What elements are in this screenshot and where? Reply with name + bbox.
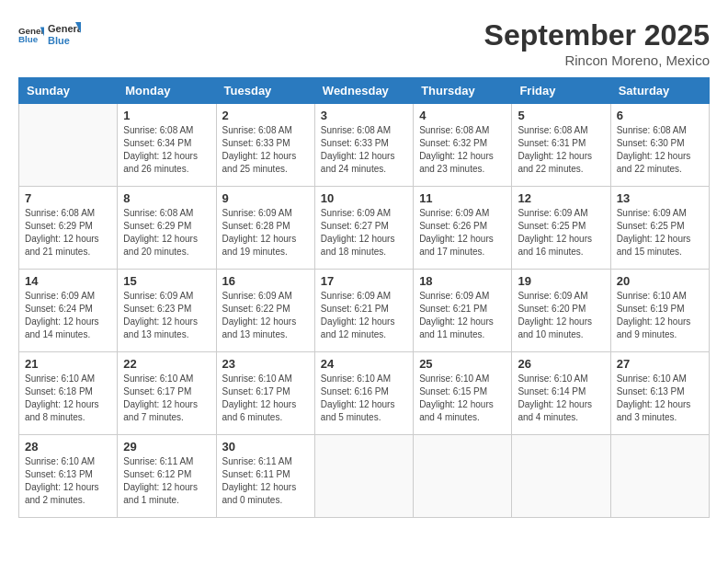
location: Rincon Moreno, Mexico: [484, 52, 710, 68]
day-number: 19: [518, 274, 604, 288]
day-number: 18: [419, 274, 506, 288]
day-info: Sunrise: 6:09 AM Sunset: 6:22 PM Dayligh…: [222, 290, 309, 341]
day-number: 17: [321, 274, 407, 288]
calendar-cell: 16Sunrise: 6:09 AM Sunset: 6:22 PM Dayli…: [216, 270, 314, 352]
day-info: Sunrise: 6:08 AM Sunset: 6:31 PM Dayligh…: [518, 124, 604, 176]
weekday-header-cell: Monday: [118, 78, 216, 104]
title-block: September 2025 Rincon Moreno, Mexico: [484, 18, 710, 68]
day-info: Sunrise: 6:08 AM Sunset: 6:32 PM Dayligh…: [419, 124, 506, 176]
weekday-header-cell: Friday: [512, 78, 610, 104]
day-number: 21: [25, 357, 111, 371]
day-info: Sunrise: 6:09 AM Sunset: 6:24 PM Dayligh…: [25, 290, 111, 341]
calendar-cell: [314, 435, 413, 518]
page-header: General Blue General Blue September 2025…: [18, 18, 710, 68]
calendar-week-row: 7Sunrise: 6:08 AM Sunset: 6:29 PM Daylig…: [19, 187, 710, 270]
day-info: Sunrise: 6:09 AM Sunset: 6:23 PM Dayligh…: [123, 290, 210, 341]
day-info: Sunrise: 6:08 AM Sunset: 6:29 PM Dayligh…: [25, 207, 111, 259]
calendar-week-row: 21Sunrise: 6:10 AM Sunset: 6:18 PM Dayli…: [19, 352, 710, 435]
calendar-cell: 23Sunrise: 6:10 AM Sunset: 6:17 PM Dayli…: [216, 352, 314, 435]
svg-text:Blue: Blue: [48, 35, 70, 46]
day-info: Sunrise: 6:08 AM Sunset: 6:33 PM Dayligh…: [321, 124, 407, 176]
day-info: Sunrise: 6:09 AM Sunset: 6:21 PM Dayligh…: [321, 290, 407, 341]
day-info: Sunrise: 6:11 AM Sunset: 6:12 PM Dayligh…: [123, 455, 210, 507]
calendar-cell: 7Sunrise: 6:08 AM Sunset: 6:29 PM Daylig…: [19, 187, 118, 270]
calendar-cell: 30Sunrise: 6:11 AM Sunset: 6:11 PM Dayli…: [216, 435, 314, 518]
day-number: 3: [321, 109, 407, 122]
day-info: Sunrise: 6:11 AM Sunset: 6:11 PM Dayligh…: [222, 455, 309, 507]
day-info: Sunrise: 6:09 AM Sunset: 6:28 PM Dayligh…: [222, 207, 309, 259]
calendar-cell: 5Sunrise: 6:08 AM Sunset: 6:31 PM Daylig…: [512, 104, 610, 187]
day-number: 24: [321, 357, 407, 371]
logo-icon: General Blue: [18, 22, 44, 48]
calendar-week-row: 28Sunrise: 6:10 AM Sunset: 6:13 PM Dayli…: [19, 435, 710, 518]
calendar-cell: 26Sunrise: 6:10 AM Sunset: 6:14 PM Dayli…: [512, 352, 610, 435]
calendar-cell: 11Sunrise: 6:09 AM Sunset: 6:26 PM Dayli…: [414, 187, 512, 270]
calendar-cell: 2Sunrise: 6:08 AM Sunset: 6:33 PM Daylig…: [216, 104, 314, 187]
calendar-cell: 3Sunrise: 6:08 AM Sunset: 6:33 PM Daylig…: [314, 104, 413, 187]
month-title: September 2025: [484, 18, 710, 52]
calendar-cell: 27Sunrise: 6:10 AM Sunset: 6:13 PM Dayli…: [610, 352, 709, 435]
day-number: 26: [518, 357, 604, 371]
calendar-cell: 19Sunrise: 6:09 AM Sunset: 6:20 PM Dayli…: [512, 270, 610, 352]
day-info: Sunrise: 6:09 AM Sunset: 6:25 PM Dayligh…: [518, 207, 604, 259]
calendar-cell: 14Sunrise: 6:09 AM Sunset: 6:24 PM Dayli…: [19, 270, 118, 352]
day-info: Sunrise: 6:10 AM Sunset: 6:17 PM Dayligh…: [222, 373, 309, 424]
day-number: 11: [419, 191, 506, 205]
day-number: 25: [419, 357, 506, 371]
day-info: Sunrise: 6:10 AM Sunset: 6:19 PM Dayligh…: [617, 290, 703, 341]
day-info: Sunrise: 6:09 AM Sunset: 6:27 PM Dayligh…: [321, 207, 407, 259]
day-info: Sunrise: 6:10 AM Sunset: 6:13 PM Dayligh…: [617, 373, 703, 424]
day-info: Sunrise: 6:09 AM Sunset: 6:21 PM Dayligh…: [419, 290, 506, 341]
weekday-header-cell: Saturday: [610, 78, 709, 104]
calendar-cell: 10Sunrise: 6:09 AM Sunset: 6:27 PM Dayli…: [314, 187, 413, 270]
calendar-cell: 28Sunrise: 6:10 AM Sunset: 6:13 PM Dayli…: [19, 435, 118, 518]
calendar-cell: 15Sunrise: 6:09 AM Sunset: 6:23 PM Dayli…: [118, 270, 216, 352]
day-number: 10: [321, 191, 407, 205]
day-number: 6: [617, 109, 703, 122]
day-number: 15: [123, 274, 210, 288]
calendar-table: SundayMondayTuesdayWednesdayThursdayFrid…: [18, 77, 710, 518]
weekday-header-row: SundayMondayTuesdayWednesdayThursdayFrid…: [19, 78, 710, 104]
day-number: 7: [25, 191, 111, 205]
day-info: Sunrise: 6:10 AM Sunset: 6:16 PM Dayligh…: [321, 373, 407, 424]
day-info: Sunrise: 6:08 AM Sunset: 6:30 PM Dayligh…: [617, 124, 703, 176]
day-info: Sunrise: 6:10 AM Sunset: 6:17 PM Dayligh…: [123, 373, 210, 424]
day-number: 23: [222, 357, 309, 371]
day-info: Sunrise: 6:09 AM Sunset: 6:20 PM Dayligh…: [518, 290, 604, 341]
calendar-cell: 8Sunrise: 6:08 AM Sunset: 6:29 PM Daylig…: [118, 187, 216, 270]
calendar-cell: 17Sunrise: 6:09 AM Sunset: 6:21 PM Dayli…: [314, 270, 413, 352]
day-number: 22: [123, 357, 210, 371]
weekday-header-cell: Wednesday: [314, 78, 413, 104]
day-info: Sunrise: 6:10 AM Sunset: 6:13 PM Dayligh…: [25, 455, 111, 507]
calendar-cell: [414, 435, 512, 518]
day-number: 29: [123, 440, 210, 454]
day-number: 5: [518, 109, 604, 122]
day-number: 30: [222, 440, 309, 454]
calendar-cell: 25Sunrise: 6:10 AM Sunset: 6:15 PM Dayli…: [414, 352, 512, 435]
calendar-body: 1Sunrise: 6:08 AM Sunset: 6:34 PM Daylig…: [19, 104, 710, 518]
calendar-cell: 4Sunrise: 6:08 AM Sunset: 6:32 PM Daylig…: [414, 104, 512, 187]
day-number: 27: [617, 357, 703, 371]
day-info: Sunrise: 6:08 AM Sunset: 6:34 PM Dayligh…: [123, 124, 210, 176]
calendar-cell: 24Sunrise: 6:10 AM Sunset: 6:16 PM Dayli…: [314, 352, 413, 435]
calendar-week-row: 1Sunrise: 6:08 AM Sunset: 6:34 PM Daylig…: [19, 104, 710, 187]
calendar-cell: 21Sunrise: 6:10 AM Sunset: 6:18 PM Dayli…: [19, 352, 118, 435]
day-number: 14: [25, 274, 111, 288]
day-info: Sunrise: 6:10 AM Sunset: 6:14 PM Dayligh…: [518, 373, 604, 424]
svg-text:Blue: Blue: [18, 34, 39, 44]
calendar-cell: 29Sunrise: 6:11 AM Sunset: 6:12 PM Dayli…: [118, 435, 216, 518]
weekday-header-cell: Thursday: [414, 78, 512, 104]
day-number: 4: [419, 109, 506, 122]
day-info: Sunrise: 6:09 AM Sunset: 6:25 PM Dayligh…: [617, 207, 703, 259]
calendar-cell: 1Sunrise: 6:08 AM Sunset: 6:34 PM Daylig…: [118, 104, 216, 187]
day-number: 1: [123, 109, 210, 122]
day-number: 13: [617, 191, 703, 205]
day-number: 9: [222, 191, 309, 205]
calendar-cell: 13Sunrise: 6:09 AM Sunset: 6:25 PM Dayli…: [610, 187, 709, 270]
day-number: 12: [518, 191, 604, 205]
day-number: 16: [222, 274, 309, 288]
day-info: Sunrise: 6:10 AM Sunset: 6:15 PM Dayligh…: [419, 373, 506, 424]
day-info: Sunrise: 6:10 AM Sunset: 6:18 PM Dayligh…: [25, 373, 111, 424]
day-info: Sunrise: 6:09 AM Sunset: 6:26 PM Dayligh…: [419, 207, 506, 259]
day-number: 20: [617, 274, 703, 288]
